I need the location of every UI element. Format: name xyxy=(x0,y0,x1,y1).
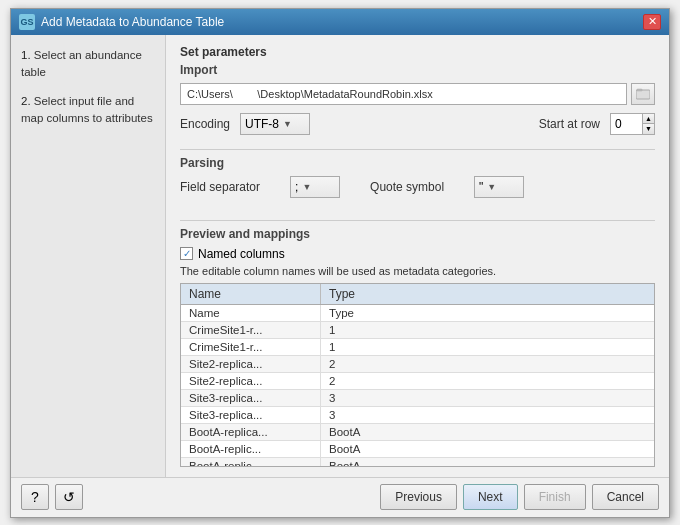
parsing-title: Parsing xyxy=(180,156,655,170)
main-content: Set parameters Import Encoding UTF-8 xyxy=(166,35,669,477)
titlebar: GS Add Metadata to Abundance Table ✕ xyxy=(11,9,669,35)
divider-1 xyxy=(180,149,655,150)
section-title: Set parameters xyxy=(180,45,655,59)
cell-name: BootA-replic... xyxy=(181,441,321,457)
svg-rect-2 xyxy=(637,89,642,91)
previous-button[interactable]: Previous xyxy=(380,484,457,510)
data-table: Name Type Name Type CrimeSite1-r... 1 Cr… xyxy=(180,283,655,467)
field-separator-value: ; xyxy=(295,180,298,194)
next-button[interactable]: Next xyxy=(463,484,518,510)
table-row[interactable]: Site2-replica... 2 xyxy=(181,356,654,373)
parsing-row: Field separator ; ▼ Quote symbol " ▼ xyxy=(180,176,655,198)
footer: ? ↺ Previous Next Finish Cancel xyxy=(11,477,669,517)
start-at-row-label: Start at row xyxy=(539,117,600,131)
step1-text: Select an abundance table xyxy=(21,49,142,78)
named-columns-checkbox[interactable]: ✓ xyxy=(180,247,193,260)
field-separator-select[interactable]: ; ▼ xyxy=(290,176,340,198)
table-row[interactable]: Site3-replica... 3 xyxy=(181,407,654,424)
cell-name: BootA-replic... xyxy=(181,458,321,466)
cell-name: BootA-replica... xyxy=(181,424,321,440)
back-icon-button[interactable]: ↺ xyxy=(55,484,83,510)
cell-type: 3 xyxy=(321,407,654,423)
dialog-title: Add Metadata to Abundance Table xyxy=(41,15,224,29)
cell-type: 2 xyxy=(321,356,654,372)
table-body[interactable]: Name Type CrimeSite1-r... 1 CrimeSite1-r… xyxy=(181,305,654,466)
table-row[interactable]: CrimeSite1-r... 1 xyxy=(181,339,654,356)
table-header: Name Type xyxy=(181,284,654,305)
spinbox-up-button[interactable]: ▲ xyxy=(643,114,654,125)
svg-rect-1 xyxy=(636,90,650,99)
named-columns-label: Named columns xyxy=(198,247,285,261)
preview-section: Preview and mappings ✓ Named columns The… xyxy=(180,227,655,467)
cell-name: Site2-replica... xyxy=(181,356,321,372)
hint-text: The editable column names will be used a… xyxy=(180,265,655,277)
finish-button[interactable]: Finish xyxy=(524,484,586,510)
cell-type: Type xyxy=(321,305,654,321)
start-at-row-value: 0 xyxy=(611,117,642,131)
cell-name: Site3-replica... xyxy=(181,390,321,406)
sidebar: 1. Select an abundance table 2. Select i… xyxy=(11,35,166,477)
col-header-name: Name xyxy=(181,284,321,304)
close-button[interactable]: ✕ xyxy=(643,14,661,30)
file-path-input[interactable] xyxy=(180,83,627,105)
encoding-select[interactable]: UTF-8 ▼ xyxy=(240,113,310,135)
file-row xyxy=(180,83,655,105)
start-at-row-spinbox[interactable]: 0 ▲ ▼ xyxy=(610,113,655,135)
titlebar-left: GS Add Metadata to Abundance Table xyxy=(19,14,224,30)
folder-icon xyxy=(636,87,650,101)
table-row[interactable]: Site3-replica... 3 xyxy=(181,390,654,407)
step1-num: 1. xyxy=(21,49,31,61)
divider-2 xyxy=(180,220,655,221)
named-columns-row: ✓ Named columns xyxy=(180,247,655,261)
sidebar-item-1: 1. Select an abundance table xyxy=(21,47,155,82)
dialog-icon: GS xyxy=(19,14,35,30)
cancel-button[interactable]: Cancel xyxy=(592,484,659,510)
cell-name: Name xyxy=(181,305,321,321)
cell-name: CrimeSite1-r... xyxy=(181,322,321,338)
cell-name: Site3-replica... xyxy=(181,407,321,423)
back-icon: ↺ xyxy=(63,489,75,505)
dialog-body: 1. Select an abundance table 2. Select i… xyxy=(11,35,669,477)
quote-symbol-value: " xyxy=(479,180,483,194)
cell-type: BootA xyxy=(321,424,654,440)
help-icon: ? xyxy=(31,489,39,505)
spinbox-buttons: ▲ ▼ xyxy=(642,114,654,134)
step2-text: Select input file and map columns to att… xyxy=(21,95,153,124)
table-row[interactable]: Name Type xyxy=(181,305,654,322)
quote-symbol-select[interactable]: " ▼ xyxy=(474,176,524,198)
cell-type: 1 xyxy=(321,322,654,338)
import-title: Import xyxy=(180,63,655,77)
cell-type: 3 xyxy=(321,390,654,406)
parsing-section: Parsing Field separator ; ▼ Quote symbol… xyxy=(180,156,655,206)
cell-name: Site2-replica... xyxy=(181,373,321,389)
cell-name: CrimeSite1-r... xyxy=(181,339,321,355)
quote-symbol-label: Quote symbol xyxy=(370,180,444,194)
encoding-value: UTF-8 xyxy=(245,117,279,131)
table-row[interactable]: Site2-replica... 2 xyxy=(181,373,654,390)
spinbox-down-button[interactable]: ▼ xyxy=(643,124,654,134)
encoding-label: Encoding xyxy=(180,117,230,131)
preview-title: Preview and mappings xyxy=(180,227,655,241)
cell-type: 1 xyxy=(321,339,654,355)
help-button[interactable]: ? xyxy=(21,484,49,510)
cell-type: BootA xyxy=(321,458,654,466)
cell-type: 2 xyxy=(321,373,654,389)
encoding-arrow: ▼ xyxy=(283,119,292,129)
encoding-row: Encoding UTF-8 ▼ Start at row 0 ▲ ▼ xyxy=(180,113,655,135)
field-separator-label: Field separator xyxy=(180,180,260,194)
cell-type: BootA xyxy=(321,441,654,457)
sidebar-item-2: 2. Select input file and map columns to … xyxy=(21,93,155,128)
footer-left-buttons: ? ↺ xyxy=(21,484,83,510)
table-row[interactable]: BootA-replic... BootA xyxy=(181,458,654,466)
table-row[interactable]: CrimeSite1-r... 1 xyxy=(181,322,654,339)
table-row[interactable]: BootA-replica... BootA xyxy=(181,424,654,441)
step2-num: 2. xyxy=(21,95,31,107)
main-dialog: GS Add Metadata to Abundance Table ✕ 1. … xyxy=(10,8,670,518)
table-row[interactable]: BootA-replic... BootA xyxy=(181,441,654,458)
quote-sym-arrow: ▼ xyxy=(487,182,496,192)
field-sep-arrow: ▼ xyxy=(302,182,311,192)
footer-right-buttons: Previous Next Finish Cancel xyxy=(380,484,659,510)
browse-button[interactable] xyxy=(631,83,655,105)
col-header-type: Type xyxy=(321,284,654,304)
